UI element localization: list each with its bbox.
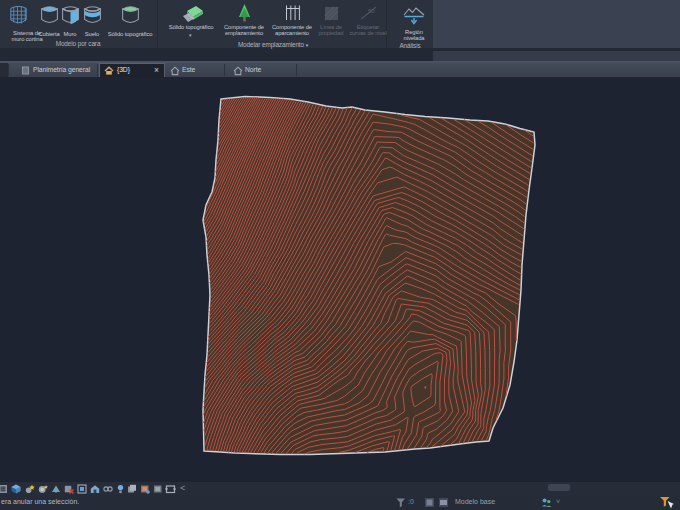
svg-text:50: 50: [368, 8, 375, 14]
